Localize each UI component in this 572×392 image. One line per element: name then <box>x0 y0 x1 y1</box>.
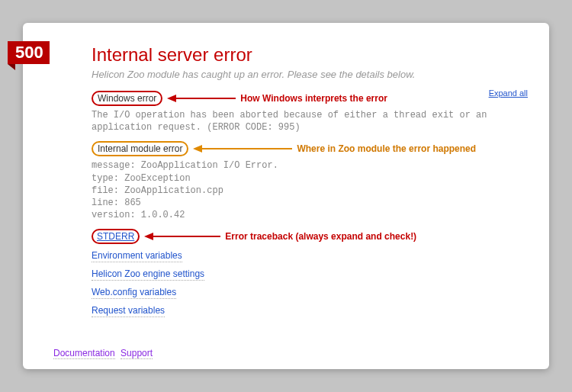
svg-marker-3 <box>193 145 202 153</box>
windows-error-note: How Windows interprets the error <box>240 93 387 104</box>
windows-error-label[interactable]: Windows error <box>92 91 162 106</box>
status-code-badge: 500 <box>8 41 50 64</box>
error-card: 500 Internal server error Helicon Zoo mo… <box>23 23 549 369</box>
stderr-note: Error traceback (always expand and check… <box>225 231 416 242</box>
module-error-body: message: ZooApplication I/O Error. type:… <box>92 159 519 221</box>
arrow-icon <box>193 144 292 153</box>
stderr-label[interactable]: STDERR <box>92 229 140 244</box>
svg-marker-1 <box>167 95 176 102</box>
expand-all-link[interactable]: Expand all <box>489 88 528 98</box>
support-link[interactable]: Support <box>121 348 153 359</box>
webconfig-variables-link[interactable]: Web.config variables <box>92 287 176 299</box>
arrow-icon <box>144 232 220 241</box>
svg-marker-5 <box>144 233 153 240</box>
request-variables-link[interactable]: Request variables <box>92 305 165 317</box>
footer: Documentation Support <box>53 348 156 358</box>
module-error-row: Internal module error Where in Zoo modul… <box>92 141 519 156</box>
stderr-row: STDERR Error traceback (always expand an… <box>92 229 519 244</box>
page-title: Internal server error <box>92 44 519 66</box>
engine-settings-link[interactable]: Helicon Zoo engine settings <box>92 268 204 281</box>
arrow-icon <box>167 94 236 103</box>
windows-error-body: The I/O operation has been aborted becau… <box>92 109 519 133</box>
module-error-label[interactable]: Internal module error <box>92 141 188 156</box>
windows-error-row: Windows error How Windows interprets the… <box>92 91 519 106</box>
module-error-note: Where in Zoo module the error happened <box>297 143 476 154</box>
env-variables-link[interactable]: Environment variables <box>92 250 182 262</box>
documentation-link[interactable]: Documentation <box>53 348 115 359</box>
page-subtitle: Helicon Zoo module has caught up an erro… <box>92 69 519 80</box>
